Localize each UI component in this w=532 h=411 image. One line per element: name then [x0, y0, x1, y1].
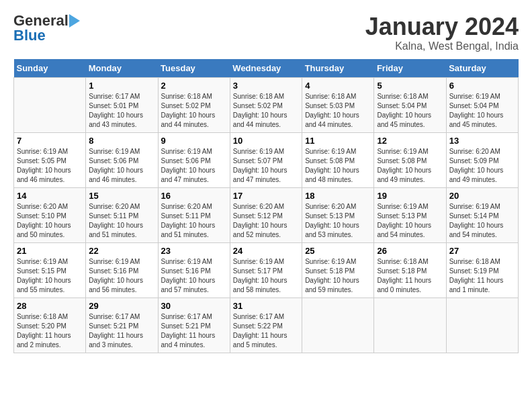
calendar-cell-w5-d7: [446, 298, 518, 353]
calendar-week-3: 14Sunrise: 6:20 AM Sunset: 5:10 PM Dayli…: [14, 187, 519, 242]
day-number: 10: [233, 136, 299, 146]
day-number: 8: [89, 136, 154, 146]
calendar-cell-w3-d5: 18Sunrise: 6:20 AM Sunset: 5:13 PM Dayli…: [302, 187, 374, 242]
calendar-cell-w1-d4: 3Sunrise: 6:18 AM Sunset: 5:02 PM Daylig…: [230, 77, 302, 132]
day-info: Sunrise: 6:18 AM Sunset: 5:02 PM Dayligh…: [161, 92, 227, 130]
page-header: General Blue January 2024 Kalna, West Be…: [13, 13, 519, 52]
day-number: 4: [305, 81, 371, 91]
day-number: 27: [449, 246, 515, 256]
calendar-cell-w2-d4: 10Sunrise: 6:19 AM Sunset: 5:07 PM Dayli…: [230, 132, 302, 187]
day-number: 30: [161, 301, 227, 311]
day-number: 15: [89, 191, 154, 201]
calendar-cell-w4-d4: 24Sunrise: 6:19 AM Sunset: 5:17 PM Dayli…: [230, 242, 302, 298]
page-title: January 2024: [365, 13, 519, 40]
day-number: 14: [17, 191, 83, 201]
day-info: Sunrise: 6:19 AM Sunset: 5:13 PM Dayligh…: [377, 202, 443, 240]
day-info: Sunrise: 6:17 AM Sunset: 5:21 PM Dayligh…: [89, 312, 154, 350]
calendar-table: SundayMondayTuesdayWednesdayThursdayFrid…: [13, 59, 519, 353]
header-friday: Friday: [374, 59, 446, 78]
day-info: Sunrise: 6:20 AM Sunset: 5:12 PM Dayligh…: [233, 202, 299, 240]
day-info: Sunrise: 6:19 AM Sunset: 5:07 PM Dayligh…: [233, 147, 299, 185]
calendar-cell-w1-d5: 4Sunrise: 6:18 AM Sunset: 5:03 PM Daylig…: [302, 77, 374, 132]
day-number: 21: [17, 246, 83, 256]
header-saturday: Saturday: [446, 59, 518, 78]
header-wednesday: Wednesday: [230, 59, 302, 78]
day-number: 11: [305, 136, 371, 146]
calendar-week-5: 28Sunrise: 6:18 AM Sunset: 5:20 PM Dayli…: [14, 298, 519, 353]
day-number: 6: [449, 81, 515, 91]
day-info: Sunrise: 6:19 AM Sunset: 5:15 PM Dayligh…: [17, 257, 83, 295]
day-number: 28: [17, 301, 83, 311]
calendar-cell-w1-d2: 1Sunrise: 6:17 AM Sunset: 5:01 PM Daylig…: [86, 77, 158, 132]
day-info: Sunrise: 6:19 AM Sunset: 5:04 PM Dayligh…: [449, 92, 515, 130]
day-number: 2: [161, 81, 227, 91]
calendar-cell-w3-d6: 19Sunrise: 6:19 AM Sunset: 5:13 PM Dayli…: [374, 187, 446, 242]
day-info: Sunrise: 6:19 AM Sunset: 5:17 PM Dayligh…: [233, 257, 299, 295]
calendar-week-1: 1Sunrise: 6:17 AM Sunset: 5:01 PM Daylig…: [14, 77, 519, 132]
day-number: 25: [305, 246, 371, 256]
calendar-week-4: 21Sunrise: 6:19 AM Sunset: 5:15 PM Dayli…: [14, 242, 519, 298]
calendar-cell-w5-d3: 30Sunrise: 6:17 AM Sunset: 5:21 PM Dayli…: [158, 298, 230, 353]
day-info: Sunrise: 6:18 AM Sunset: 5:19 PM Dayligh…: [449, 257, 515, 295]
day-info: Sunrise: 6:18 AM Sunset: 5:03 PM Dayligh…: [305, 92, 371, 130]
day-info: Sunrise: 6:20 AM Sunset: 5:09 PM Dayligh…: [449, 147, 515, 185]
calendar-cell-w3-d3: 16Sunrise: 6:20 AM Sunset: 5:11 PM Dayli…: [158, 187, 230, 242]
day-number: 26: [377, 246, 443, 256]
calendar-cell-w4-d3: 23Sunrise: 6:19 AM Sunset: 5:16 PM Dayli…: [158, 242, 230, 298]
calendar-cell-w4-d2: 22Sunrise: 6:19 AM Sunset: 5:16 PM Dayli…: [86, 242, 158, 298]
day-info: Sunrise: 6:19 AM Sunset: 5:08 PM Dayligh…: [377, 147, 443, 185]
calendar-cell-w3-d4: 17Sunrise: 6:20 AM Sunset: 5:12 PM Dayli…: [230, 187, 302, 242]
header-thursday: Thursday: [302, 59, 374, 78]
day-number: 13: [449, 136, 515, 146]
calendar-cell-w5-d1: 28Sunrise: 6:18 AM Sunset: 5:20 PM Dayli…: [14, 298, 86, 353]
day-info: Sunrise: 6:18 AM Sunset: 5:02 PM Dayligh…: [233, 92, 299, 130]
calendar-cell-w2-d1: 7Sunrise: 6:19 AM Sunset: 5:05 PM Daylig…: [14, 132, 86, 187]
header-monday: Monday: [86, 59, 158, 78]
calendar-cell-w2-d6: 12Sunrise: 6:19 AM Sunset: 5:08 PM Dayli…: [374, 132, 446, 187]
day-number: 12: [377, 136, 443, 146]
calendar-cell-w4-d6: 26Sunrise: 6:18 AM Sunset: 5:18 PM Dayli…: [374, 242, 446, 298]
calendar-cell-w3-d2: 15Sunrise: 6:20 AM Sunset: 5:11 PM Dayli…: [86, 187, 158, 242]
calendar-cell-w1-d6: 5Sunrise: 6:18 AM Sunset: 5:04 PM Daylig…: [374, 77, 446, 132]
logo-general-text: General: [13, 13, 69, 28]
day-info: Sunrise: 6:18 AM Sunset: 5:18 PM Dayligh…: [377, 257, 443, 295]
title-area: January 2024 Kalna, West Bengal, India: [365, 13, 519, 52]
calendar-cell-w4-d1: 21Sunrise: 6:19 AM Sunset: 5:15 PM Dayli…: [14, 242, 86, 298]
calendar-cell-w5-d2: 29Sunrise: 6:17 AM Sunset: 5:21 PM Dayli…: [86, 298, 158, 353]
day-number: 29: [89, 301, 154, 311]
day-info: Sunrise: 6:20 AM Sunset: 5:10 PM Dayligh…: [17, 202, 83, 240]
day-number: 9: [161, 136, 227, 146]
header-tuesday: Tuesday: [158, 59, 230, 78]
day-number: 23: [161, 246, 227, 256]
day-info: Sunrise: 6:17 AM Sunset: 5:22 PM Dayligh…: [233, 312, 299, 350]
logo: General Blue: [13, 13, 80, 43]
day-info: Sunrise: 6:18 AM Sunset: 5:04 PM Dayligh…: [377, 92, 443, 130]
calendar-cell-w3-d7: 20Sunrise: 6:19 AM Sunset: 5:14 PM Dayli…: [446, 187, 518, 242]
day-info: Sunrise: 6:20 AM Sunset: 5:11 PM Dayligh…: [161, 202, 227, 240]
calendar-header-row: SundayMondayTuesdayWednesdayThursdayFrid…: [14, 59, 519, 78]
calendar-cell-w4-d7: 27Sunrise: 6:18 AM Sunset: 5:19 PM Dayli…: [446, 242, 518, 298]
calendar-cell-w2-d5: 11Sunrise: 6:19 AM Sunset: 5:08 PM Dayli…: [302, 132, 374, 187]
day-info: Sunrise: 6:20 AM Sunset: 5:11 PM Dayligh…: [89, 202, 154, 240]
calendar-cell-w5-d6: [374, 298, 446, 353]
day-info: Sunrise: 6:17 AM Sunset: 5:21 PM Dayligh…: [161, 312, 227, 350]
calendar-cell-w4-d5: 25Sunrise: 6:19 AM Sunset: 5:18 PM Dayli…: [302, 242, 374, 298]
day-info: Sunrise: 6:19 AM Sunset: 5:08 PM Dayligh…: [305, 147, 371, 185]
svg-marker-0: [69, 14, 80, 28]
day-number: 17: [233, 191, 299, 201]
day-number: 5: [377, 81, 443, 91]
day-info: Sunrise: 6:19 AM Sunset: 5:18 PM Dayligh…: [305, 257, 371, 295]
day-info: Sunrise: 6:19 AM Sunset: 5:05 PM Dayligh…: [17, 147, 83, 185]
calendar-cell-w5-d4: 31Sunrise: 6:17 AM Sunset: 5:22 PM Dayli…: [230, 298, 302, 353]
day-info: Sunrise: 6:19 AM Sunset: 5:14 PM Dayligh…: [449, 202, 515, 240]
page-subtitle: Kalna, West Bengal, India: [365, 40, 519, 52]
day-info: Sunrise: 6:19 AM Sunset: 5:16 PM Dayligh…: [161, 257, 227, 295]
day-number: 18: [305, 191, 371, 201]
logo-arrow-icon: [69, 14, 80, 28]
calendar-cell-w5-d5: [302, 298, 374, 353]
day-info: Sunrise: 6:19 AM Sunset: 5:16 PM Dayligh…: [89, 257, 154, 295]
calendar-cell-w2-d3: 9Sunrise: 6:19 AM Sunset: 5:06 PM Daylig…: [158, 132, 230, 187]
calendar-week-2: 7Sunrise: 6:19 AM Sunset: 5:05 PM Daylig…: [14, 132, 519, 187]
day-info: Sunrise: 6:19 AM Sunset: 5:06 PM Dayligh…: [89, 147, 154, 185]
calendar-cell-w3-d1: 14Sunrise: 6:20 AM Sunset: 5:10 PM Dayli…: [14, 187, 86, 242]
